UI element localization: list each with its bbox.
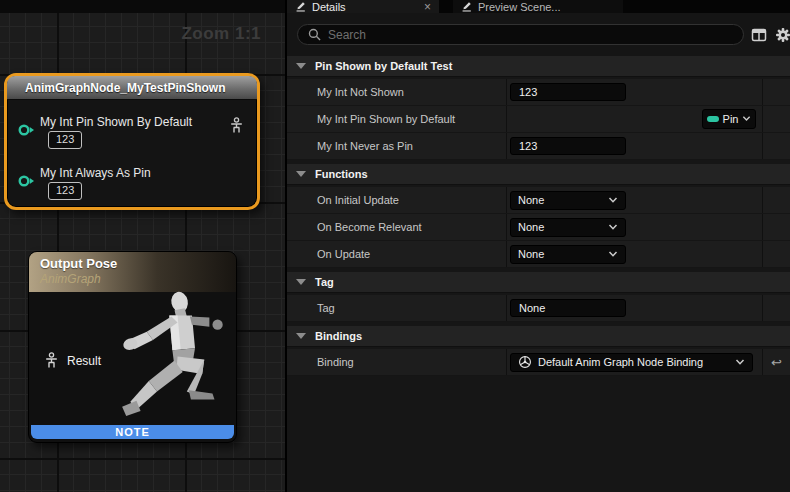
chevron-down-icon[interactable] xyxy=(296,63,306,69)
category-bindings[interactable]: Bindings xyxy=(287,326,790,347)
property-label: My Int Pin Shown by Default xyxy=(317,113,455,125)
anim-graph-canvas[interactable]: Zoom 1:1 AnimGraphNode_MyTestPinShown My… xyxy=(0,0,285,492)
details-toolbar xyxy=(287,13,790,56)
node-note-bar[interactable]: NOTE xyxy=(31,425,234,439)
result-pin-label: Result xyxy=(67,354,101,368)
node-title: Output Pose xyxy=(40,256,236,271)
property-row-tag: Tag xyxy=(287,295,790,322)
property-rows: Pin Shown by Default Test My Int Not Sho… xyxy=(287,56,790,376)
node-pin-row: My Int Pin Shown By Default 123 xyxy=(7,109,257,155)
property-row-my-int-never-as-pin: My Int Never as Pin xyxy=(287,133,790,160)
display-filter-icon[interactable] xyxy=(750,26,767,43)
node-header[interactable]: Output Pose AnimGraph xyxy=(29,252,236,292)
tab-details[interactable]: Details × xyxy=(287,0,439,13)
tab-label: Preview Scene... xyxy=(478,1,615,13)
result-pin[interactable]: Result xyxy=(44,352,101,369)
property-row-binding: Binding Default Anim Graph Node Binding xyxy=(287,349,790,376)
category-functions[interactable]: Functions xyxy=(287,164,790,185)
function-dropdown[interactable]: None xyxy=(510,191,626,210)
category-tag[interactable]: Tag xyxy=(287,272,790,293)
mannequin-figure xyxy=(118,290,233,425)
tag-input[interactable] xyxy=(510,299,626,317)
node-subtitle: AnimGraph xyxy=(40,272,236,286)
close-icon[interactable]: × xyxy=(424,2,431,12)
preview-tab-icon xyxy=(461,1,472,12)
pose-person-icon xyxy=(44,352,59,369)
note-label: NOTE xyxy=(115,426,150,438)
property-row-my-int-pin-shown-by-default: My Int Pin Shown by Default Pin xyxy=(287,106,790,133)
property-label: My Int Not Shown xyxy=(317,86,404,98)
int-pin-icon[interactable] xyxy=(17,123,35,137)
function-dropdown[interactable]: None xyxy=(510,245,626,264)
chevron-down-icon[interactable] xyxy=(296,333,306,339)
gear-icon[interactable] xyxy=(774,26,790,43)
int-input[interactable] xyxy=(510,137,626,155)
property-label: On Become Relevant xyxy=(317,221,422,233)
graph-node-mytestpinshown[interactable]: AnimGraphNode_MyTestPinShown My Int Pin … xyxy=(4,73,260,210)
property-row-on-initial-update: On Initial Update None xyxy=(287,187,790,214)
tab-label: Details xyxy=(312,1,418,13)
chevron-down-icon xyxy=(608,249,618,259)
property-row-my-int-not-shown: My Int Not Shown xyxy=(287,79,790,106)
int-pin-icon[interactable] xyxy=(17,174,35,188)
search-icon xyxy=(308,28,321,41)
pin-label: My Int Always As Pin xyxy=(40,166,151,180)
details-tab-icon xyxy=(295,1,306,12)
property-row-on-update: On Update None xyxy=(287,241,790,268)
binding-icon xyxy=(518,355,532,369)
search-input[interactable] xyxy=(328,28,733,42)
row-extra-column xyxy=(762,241,790,267)
property-label: Tag xyxy=(317,302,335,314)
panel-tab-bar: Details × Preview Scene... xyxy=(287,0,790,13)
row-extra-column xyxy=(762,106,790,132)
chevron-down-icon xyxy=(608,222,618,232)
row-extra-column: ↩ xyxy=(762,349,790,375)
pin-mode-dropdown[interactable]: Pin xyxy=(702,109,756,129)
anim-blueprint-editor: Zoom 1:1 AnimGraphNode_MyTestPinShown My… xyxy=(0,0,790,492)
tab-preview-scene[interactable]: Preview Scene... xyxy=(453,0,623,13)
chevron-down-icon[interactable] xyxy=(296,171,306,177)
row-extra-column xyxy=(762,79,790,105)
details-panel: Details × Preview Scene... xyxy=(285,0,790,492)
row-extra-column xyxy=(762,295,790,321)
chevron-down-icon xyxy=(608,195,618,205)
pin-value-box[interactable]: 123 xyxy=(48,182,82,200)
zoom-level-indicator: Zoom 1:1 xyxy=(181,24,261,44)
pin-pill-icon xyxy=(707,116,719,122)
property-label: My Int Never as Pin xyxy=(317,140,413,152)
row-extra-column xyxy=(762,187,790,213)
node-pin-row: My Int Always As Pin 123 xyxy=(7,160,257,206)
chevron-down-icon[interactable] xyxy=(296,279,306,285)
graph-top-strip xyxy=(0,0,285,13)
search-box[interactable] xyxy=(297,24,744,45)
property-label: Binding xyxy=(317,356,354,368)
function-dropdown[interactable]: None xyxy=(510,218,626,237)
pin-value-box[interactable]: 123 xyxy=(48,131,82,149)
property-label: On Initial Update xyxy=(317,194,399,206)
property-label: On Update xyxy=(317,248,370,260)
node-title: AnimGraphNode_MyTestPinShown xyxy=(25,81,225,95)
category-pin-shown-by-default-test[interactable]: Pin Shown by Default Test xyxy=(287,56,790,77)
int-input[interactable] xyxy=(510,83,626,101)
graph-node-output-pose[interactable]: Output Pose AnimGraph xyxy=(28,251,237,443)
row-extra-column xyxy=(762,214,790,240)
pose-person-icon[interactable] xyxy=(229,117,244,134)
property-row-on-become-relevant: On Become Relevant None xyxy=(287,214,790,241)
row-extra-column xyxy=(762,133,790,159)
binding-dropdown[interactable]: Default Anim Graph Node Binding xyxy=(510,353,753,372)
chevron-down-icon xyxy=(735,357,745,367)
pin-label: My Int Pin Shown By Default xyxy=(40,115,192,129)
chevron-down-icon xyxy=(742,113,751,125)
reset-to-default-icon[interactable]: ↩ xyxy=(771,356,782,369)
node-header[interactable]: AnimGraphNode_MyTestPinShown xyxy=(7,76,257,100)
